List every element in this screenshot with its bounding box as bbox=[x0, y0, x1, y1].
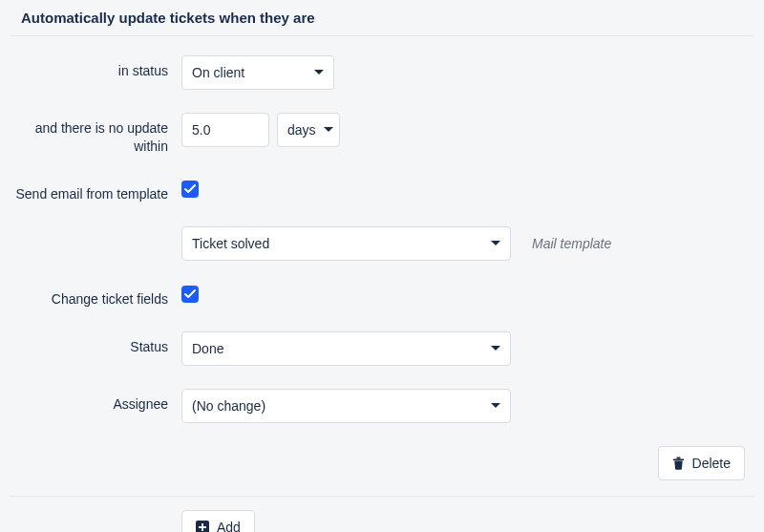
change-assignee-select[interactable]: (No change) bbox=[181, 389, 511, 423]
check-icon bbox=[184, 289, 196, 299]
duration-number-input-wrap bbox=[181, 113, 269, 147]
label-empty-template bbox=[10, 226, 181, 233]
in-status-value: On client bbox=[192, 65, 244, 80]
chevron-down-icon bbox=[324, 127, 333, 133]
delete-button[interactable]: Delete bbox=[658, 446, 745, 480]
chevron-down-icon bbox=[491, 346, 500, 351]
actions-row: Delete bbox=[10, 446, 754, 497]
add-button-label: Add bbox=[217, 520, 241, 532]
section-header: Automatically update tickets when they a… bbox=[10, 0, 754, 36]
row-no-update: and there is no update within days bbox=[10, 113, 754, 156]
row-change-fields: Change ticket fields bbox=[10, 284, 754, 309]
row-assignee: Assignee (No change) bbox=[10, 389, 754, 423]
plus-icon bbox=[196, 521, 209, 532]
add-button[interactable]: Add bbox=[181, 510, 255, 532]
email-template-value: Ticket solved bbox=[192, 236, 269, 251]
change-assignee-value: (No change) bbox=[192, 398, 265, 414]
duration-unit-value: days bbox=[287, 122, 316, 138]
section-title: Automatically update tickets when they a… bbox=[21, 10, 743, 26]
chevron-down-icon bbox=[491, 241, 500, 246]
in-status-select[interactable]: On client bbox=[181, 55, 334, 90]
change-status-select[interactable]: Done bbox=[181, 331, 511, 366]
svg-rect-1 bbox=[676, 457, 680, 458]
label-in-status: in status bbox=[10, 55, 181, 80]
change-fields-checkbox[interactable] bbox=[181, 286, 199, 303]
change-status-value: Done bbox=[192, 341, 223, 356]
add-row: Add bbox=[10, 510, 754, 532]
trash-icon bbox=[672, 457, 685, 470]
duration-unit-select[interactable]: days bbox=[277, 113, 340, 147]
svg-rect-4 bbox=[199, 526, 206, 528]
chevron-down-icon bbox=[491, 403, 500, 409]
chevron-down-icon bbox=[314, 70, 324, 75]
svg-rect-0 bbox=[673, 458, 684, 460]
check-icon bbox=[184, 184, 196, 194]
send-email-checkbox[interactable] bbox=[181, 181, 199, 198]
label-send-email: Send email from template bbox=[10, 179, 181, 203]
label-no-update: and there is no update within bbox=[10, 113, 181, 156]
label-assignee: Assignee bbox=[10, 389, 181, 414]
mail-template-hint: Mail template bbox=[532, 236, 611, 251]
label-status: Status bbox=[10, 331, 181, 356]
delete-button-label: Delete bbox=[692, 456, 731, 471]
row-status: Status Done bbox=[10, 331, 754, 366]
duration-number-input[interactable] bbox=[192, 122, 259, 138]
row-email-template: Ticket solved Mail template bbox=[10, 226, 754, 261]
row-in-status: in status On client bbox=[10, 55, 754, 90]
row-send-email: Send email from template bbox=[10, 179, 754, 203]
label-change-fields: Change ticket fields bbox=[10, 284, 181, 309]
email-template-select[interactable]: Ticket solved bbox=[181, 226, 511, 261]
